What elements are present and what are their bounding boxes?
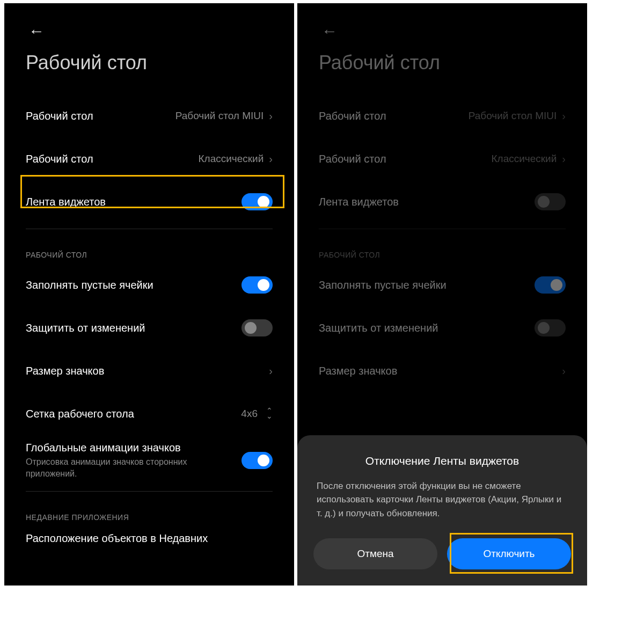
dialog-body: После отключения этой функции вы не смож… <box>313 479 571 521</box>
row-sublabel: Отрисовка анимации значков сторонних при… <box>26 456 208 479</box>
divider <box>26 491 273 492</box>
row-widget-feed[interactable]: Лента виджетов <box>26 180 273 223</box>
row-value: 4x6 ⌃⌄ <box>241 408 273 420</box>
page-title: Рабочий стол <box>26 52 147 74</box>
row-label: Сетка рабочего стола <box>26 408 134 420</box>
cancel-button[interactable]: Отмена <box>313 538 437 569</box>
back-arrow-icon[interactable]: ← <box>28 22 45 40</box>
stepper-icon: ⌃⌄ <box>266 408 273 419</box>
toggle-lock-layout[interactable] <box>241 319 273 336</box>
row-launcher[interactable]: Рабочий стол Рабочий стол MIUI › <box>26 94 273 137</box>
screenshot-left: ← Рабочий стол Рабочий стол Рабочий стол… <box>4 3 294 586</box>
toggle-global-anim[interactable] <box>241 452 273 469</box>
dialog-buttons: Отмена Отключить <box>313 538 571 569</box>
row-value: Классический › <box>198 153 273 165</box>
row-label: Защитить от изменений <box>26 322 145 334</box>
row-label: Размер значков <box>26 365 104 377</box>
row-recent-layout[interactable]: Расположение объектов в Недавних <box>26 526 273 551</box>
row-label: Лента виджетов <box>26 196 106 208</box>
chevron-right-icon: › <box>269 365 273 377</box>
row-label: Рабочий стол <box>26 153 93 165</box>
row-global-anim[interactable]: Глобальные анимации значков Отрисовка ан… <box>26 435 273 486</box>
row-label: Глобальные анимации значков <box>26 442 208 454</box>
toggle-fill-empty[interactable] <box>241 276 273 294</box>
confirm-dialog: Отключение Ленты виджетов После отключен… <box>297 435 587 586</box>
settings-list: Рабочий стол Рабочий стол MIUI › Рабочий… <box>4 94 294 551</box>
confirm-button[interactable]: Отключить <box>447 538 571 569</box>
row-value: Рабочий стол MIUI › <box>175 110 273 122</box>
divider <box>26 229 273 229</box>
row-label: Расположение объектов в Недавних <box>26 532 208 545</box>
dialog-title: Отключение Ленты виджетов <box>313 455 571 467</box>
row-grid[interactable]: Сетка рабочего стола 4x6 ⌃⌄ <box>26 392 273 435</box>
toggle-widget-feed[interactable] <box>241 193 273 210</box>
chevron-right-icon: › <box>269 153 273 165</box>
chevron-right-icon: › <box>269 110 273 122</box>
section-header: НЕДАВНИЕ ПРИЛОЖЕНИЯ <box>26 497 273 526</box>
row-lock-layout[interactable]: Защитить от изменений <box>26 306 273 349</box>
section-header: РАБОЧИЙ СТОЛ <box>26 235 273 264</box>
row-label: Заполнять пустые ячейки <box>26 279 153 291</box>
screenshot-right: ← Рабочий стол Рабочий стол Рабочий стол… <box>297 3 587 586</box>
row-style[interactable]: Рабочий стол Классический › <box>26 137 273 180</box>
row-fill-empty[interactable]: Заполнять пустые ячейки <box>26 264 273 306</box>
row-icon-size[interactable]: Размер значков › <box>26 349 273 392</box>
row-label: Рабочий стол <box>26 110 93 122</box>
